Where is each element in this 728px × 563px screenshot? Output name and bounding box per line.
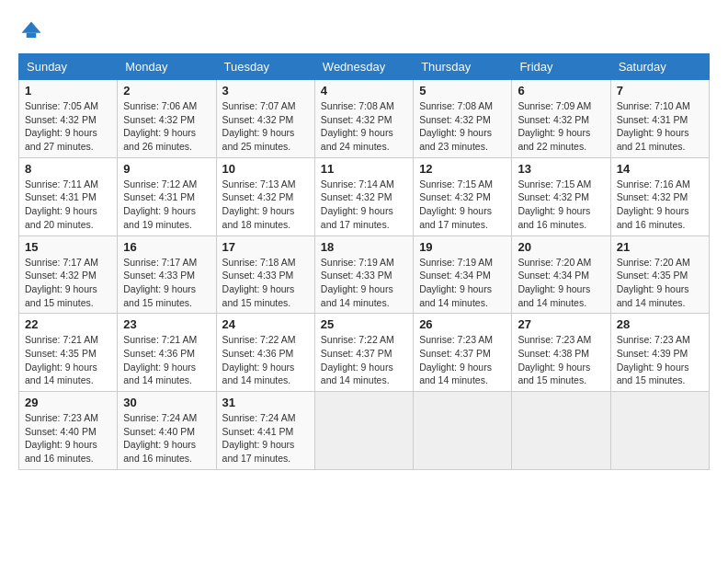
day-number: 11 xyxy=(321,162,407,176)
calendar-cell: 10 Sunrise: 7:13 AMSunset: 4:32 PMDaylig… xyxy=(216,157,314,236)
day-info: Sunrise: 7:19 AMSunset: 4:33 PMDaylight:… xyxy=(321,257,394,308)
day-number: 30 xyxy=(123,396,210,409)
day-header-wednesday: Wednesday xyxy=(314,54,413,80)
logo xyxy=(18,18,48,44)
week-row-3: 15 Sunrise: 7:17 AMSunset: 4:32 PMDaylig… xyxy=(19,236,710,314)
day-info: Sunrise: 7:05 AMSunset: 4:32 PMDaylight:… xyxy=(25,100,98,152)
day-number: 15 xyxy=(25,240,111,254)
day-number: 12 xyxy=(419,162,506,176)
day-number: 10 xyxy=(222,162,309,176)
calendar-table: SundayMondayTuesdayWednesdayThursdayFrid… xyxy=(18,53,710,470)
day-number: 16 xyxy=(123,240,210,254)
calendar-cell: 12 Sunrise: 7:15 AMSunset: 4:32 PMDaylig… xyxy=(414,157,512,236)
day-info: Sunrise: 7:20 AMSunset: 4:35 PMDaylight:… xyxy=(617,257,690,308)
calendar-cell: 29 Sunrise: 7:23 AMSunset: 4:40 PMDaylig… xyxy=(19,392,118,470)
calendar-cell: 8 Sunrise: 7:11 AMSunset: 4:31 PMDayligh… xyxy=(19,157,118,236)
day-number: 31 xyxy=(222,396,309,409)
calendar-cell: 22 Sunrise: 7:21 AMSunset: 4:35 PMDaylig… xyxy=(19,314,118,392)
day-info: Sunrise: 7:08 AMSunset: 4:32 PMDaylight:… xyxy=(419,100,493,152)
calendar-cell xyxy=(414,392,512,470)
day-info: Sunrise: 7:08 AMSunset: 4:32 PMDaylight:… xyxy=(321,100,394,152)
week-row-5: 29 Sunrise: 7:23 AMSunset: 4:40 PMDaylig… xyxy=(19,392,710,470)
day-info: Sunrise: 7:23 AMSunset: 4:39 PMDaylight:… xyxy=(617,334,690,385)
calendar-header: SundayMondayTuesdayWednesdayThursdayFrid… xyxy=(19,54,710,80)
day-info: Sunrise: 7:15 AMSunset: 4:32 PMDaylight:… xyxy=(419,178,493,230)
calendar-cell: 14 Sunrise: 7:16 AMSunset: 4:32 PMDaylig… xyxy=(610,157,709,236)
calendar-cell: 4 Sunrise: 7:08 AMSunset: 4:32 PMDayligh… xyxy=(314,80,413,158)
day-header-friday: Friday xyxy=(512,54,610,80)
day-number: 24 xyxy=(222,317,309,331)
day-header-thursday: Thursday xyxy=(414,54,512,80)
calendar-cell: 25 Sunrise: 7:22 AMSunset: 4:37 PMDaylig… xyxy=(314,314,413,392)
day-number: 18 xyxy=(321,240,407,254)
day-info: Sunrise: 7:23 AMSunset: 4:37 PMDaylight:… xyxy=(419,334,493,385)
calendar-cell: 26 Sunrise: 7:23 AMSunset: 4:37 PMDaylig… xyxy=(414,314,512,392)
calendar-cell: 21 Sunrise: 7:20 AMSunset: 4:35 PMDaylig… xyxy=(610,236,709,314)
day-info: Sunrise: 7:19 AMSunset: 4:34 PMDaylight:… xyxy=(419,257,493,308)
day-number: 22 xyxy=(25,317,111,331)
day-info: Sunrise: 7:21 AMSunset: 4:35 PMDaylight:… xyxy=(25,334,98,385)
day-info: Sunrise: 7:13 AMSunset: 4:32 PMDaylight:… xyxy=(222,178,296,230)
calendar-cell: 28 Sunrise: 7:23 AMSunset: 4:39 PMDaylig… xyxy=(610,314,709,392)
calendar-cell: 23 Sunrise: 7:21 AMSunset: 4:36 PMDaylig… xyxy=(118,314,216,392)
calendar-cell: 27 Sunrise: 7:23 AMSunset: 4:38 PMDaylig… xyxy=(512,314,610,392)
day-number: 2 xyxy=(123,84,210,98)
day-number: 7 xyxy=(617,84,703,98)
calendar-cell: 31 Sunrise: 7:24 AMSunset: 4:41 PMDaylig… xyxy=(216,392,314,470)
calendar-cell: 30 Sunrise: 7:24 AMSunset: 4:40 PMDaylig… xyxy=(118,392,216,470)
calendar-cell: 6 Sunrise: 7:09 AMSunset: 4:32 PMDayligh… xyxy=(512,80,610,158)
calendar-cell: 17 Sunrise: 7:18 AMSunset: 4:33 PMDaylig… xyxy=(216,236,314,314)
day-info: Sunrise: 7:21 AMSunset: 4:36 PMDaylight:… xyxy=(123,334,197,385)
day-header-tuesday: Tuesday xyxy=(216,54,314,80)
days-header-row: SundayMondayTuesdayWednesdayThursdayFrid… xyxy=(19,54,710,80)
day-number: 27 xyxy=(518,317,604,331)
day-number: 5 xyxy=(419,84,506,98)
logo-icon xyxy=(18,18,44,44)
day-info: Sunrise: 7:10 AMSunset: 4:31 PMDaylight:… xyxy=(617,100,690,152)
header xyxy=(18,18,710,44)
calendar-cell: 13 Sunrise: 7:15 AMSunset: 4:32 PMDaylig… xyxy=(512,157,610,236)
day-info: Sunrise: 7:17 AMSunset: 4:32 PMDaylight:… xyxy=(25,257,98,308)
calendar-cell xyxy=(314,392,413,470)
svg-marker-0 xyxy=(22,22,41,33)
day-number: 28 xyxy=(617,317,703,331)
day-info: Sunrise: 7:15 AMSunset: 4:32 PMDaylight:… xyxy=(518,178,591,230)
calendar-cell: 2 Sunrise: 7:06 AMSunset: 4:32 PMDayligh… xyxy=(118,80,216,158)
day-info: Sunrise: 7:09 AMSunset: 4:32 PMDaylight:… xyxy=(518,100,591,152)
day-number: 1 xyxy=(25,84,111,98)
calendar-cell xyxy=(610,392,709,470)
week-row-2: 8 Sunrise: 7:11 AMSunset: 4:31 PMDayligh… xyxy=(19,157,710,236)
calendar-cell: 1 Sunrise: 7:05 AMSunset: 4:32 PMDayligh… xyxy=(19,80,118,158)
day-number: 19 xyxy=(419,240,506,254)
day-info: Sunrise: 7:07 AMSunset: 4:32 PMDaylight:… xyxy=(222,100,296,152)
calendar-cell: 16 Sunrise: 7:17 AMSunset: 4:33 PMDaylig… xyxy=(118,236,216,314)
day-header-monday: Monday xyxy=(118,54,216,80)
day-number: 23 xyxy=(123,317,210,331)
day-number: 8 xyxy=(25,162,111,176)
calendar-cell: 7 Sunrise: 7:10 AMSunset: 4:31 PMDayligh… xyxy=(610,80,709,158)
day-number: 14 xyxy=(617,162,703,176)
day-header-sunday: Sunday xyxy=(19,54,118,80)
day-info: Sunrise: 7:06 AMSunset: 4:32 PMDaylight:… xyxy=(123,100,197,152)
week-row-1: 1 Sunrise: 7:05 AMSunset: 4:32 PMDayligh… xyxy=(19,80,710,158)
day-info: Sunrise: 7:18 AMSunset: 4:33 PMDaylight:… xyxy=(222,257,296,308)
calendar-body: 1 Sunrise: 7:05 AMSunset: 4:32 PMDayligh… xyxy=(19,80,710,470)
day-number: 29 xyxy=(25,396,111,409)
page-container: SundayMondayTuesdayWednesdayThursdayFrid… xyxy=(18,18,710,470)
day-number: 17 xyxy=(222,240,309,254)
day-number: 26 xyxy=(419,317,506,331)
day-info: Sunrise: 7:11 AMSunset: 4:31 PMDaylight:… xyxy=(25,178,98,230)
day-info: Sunrise: 7:16 AMSunset: 4:32 PMDaylight:… xyxy=(617,178,690,230)
svg-rect-1 xyxy=(27,33,37,38)
day-number: 13 xyxy=(518,162,604,176)
day-info: Sunrise: 7:12 AMSunset: 4:31 PMDaylight:… xyxy=(123,178,197,230)
calendar-cell: 5 Sunrise: 7:08 AMSunset: 4:32 PMDayligh… xyxy=(414,80,512,158)
calendar-cell: 9 Sunrise: 7:12 AMSunset: 4:31 PMDayligh… xyxy=(118,157,216,236)
calendar-cell: 11 Sunrise: 7:14 AMSunset: 4:32 PMDaylig… xyxy=(314,157,413,236)
calendar-cell: 24 Sunrise: 7:22 AMSunset: 4:36 PMDaylig… xyxy=(216,314,314,392)
day-number: 6 xyxy=(518,84,604,98)
calendar-cell: 18 Sunrise: 7:19 AMSunset: 4:33 PMDaylig… xyxy=(314,236,413,314)
calendar-cell: 15 Sunrise: 7:17 AMSunset: 4:32 PMDaylig… xyxy=(19,236,118,314)
calendar-cell: 3 Sunrise: 7:07 AMSunset: 4:32 PMDayligh… xyxy=(216,80,314,158)
day-number: 4 xyxy=(321,84,407,98)
